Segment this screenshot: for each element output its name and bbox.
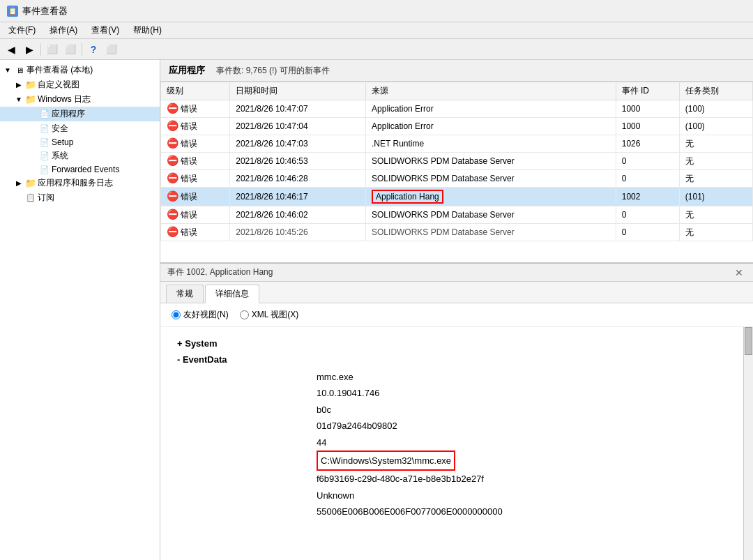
log-icon-setup: 📄 <box>39 138 50 147</box>
sidebar-label-root: 事件查看器 (本地) <box>26 64 93 76</box>
cell-id: 0 <box>616 170 679 188</box>
detail-title: 事件 1002, Application Hang <box>167 266 273 278</box>
expand-windows-logs[interactable]: ▼ <box>14 96 24 103</box>
table-row[interactable]: ⛔ 错误2021/8/26 10:45:26SOLIDWORKS PDM Dat… <box>161 224 753 241</box>
table-row[interactable]: ⛔ 错误2021/8/26 10:47:03.NET Runtime1026无 <box>161 135 753 153</box>
log-icon-app: 📄 <box>39 109 50 119</box>
sidebar-item-security[interactable]: 📄 安全 <box>0 121 160 136</box>
tab-details[interactable]: 详细信息 <box>205 285 259 303</box>
event-count: 事件数: 9,765 (!) 可用的新事件 <box>216 65 330 77</box>
cell-datetime: 2021/8/26 10:46:17 <box>230 188 366 206</box>
expand-root[interactable]: ▼ <box>3 66 13 74</box>
title-bar: 📋 事件查看器 <box>0 0 753 22</box>
table-row[interactable]: ⛔ 错误2021/8/26 10:47:04Application Error1… <box>161 118 753 135</box>
radio-xml[interactable]: XML 视图(X) <box>240 309 299 321</box>
col-source[interactable]: 来源 <box>366 82 616 100</box>
scrollbar-thumb[interactable] <box>745 327 752 355</box>
expand-appservice[interactable]: ▶ <box>14 179 24 187</box>
error-icon: ⛔ <box>167 190 178 202</box>
event-table-container[interactable]: 级别 日期和时间 来源 事件 ID 任务类别 ⛔ 错误2021/8/26 10:… <box>160 82 753 263</box>
highlight-path: C:\Windows\System32\mmc.exe <box>317 451 455 471</box>
cell-source: SOLIDWORKS PDM Database Server <box>366 153 616 170</box>
sidebar-item-subscriptions[interactable]: 📋 订阅 <box>0 190 160 205</box>
cell-source: Application Error <box>366 100 616 118</box>
col-level[interactable]: 级别 <box>161 82 230 100</box>
cell-id: 0 <box>616 224 679 241</box>
sidebar: ▼ 🖥 事件查看器 (本地) ▶ 📁 自定义视图 ▼ 📁 Windows 日志 … <box>0 60 160 560</box>
extra-button[interactable]: ⬜ <box>103 42 120 57</box>
event-data-item: Unknown <box>317 487 736 504</box>
sidebar-item-setup[interactable]: 📄 Setup <box>0 136 160 149</box>
cell-task: (100) <box>679 100 752 118</box>
help-button[interactable]: ? <box>85 42 102 57</box>
detail-panel: 事件 1002, Application Hang ✕ 常规 详细信息 友好视图… <box>160 263 753 560</box>
error-icon: ⛔ <box>167 172 178 183</box>
cell-level: ⛔ 错误 <box>161 206 230 224</box>
error-icon: ⛔ <box>167 209 178 220</box>
sidebar-label-security: 安全 <box>52 123 68 135</box>
table-header-row: 级别 日期和时间 来源 事件 ID 任务类别 <box>161 82 753 100</box>
content-area: 应用程序 事件数: 9,765 (!) 可用的新事件 级别 日期和时间 来源 事… <box>160 60 753 560</box>
log-icon-system: 📄 <box>39 151 50 160</box>
title-bar-text: 事件查看器 <box>22 5 68 17</box>
radio-friendly[interactable]: 友好视图(N) <box>172 309 229 321</box>
radio-friendly-input[interactable] <box>172 310 181 319</box>
cell-task: 无 <box>679 153 752 170</box>
menu-view[interactable]: 查看(V) <box>86 23 125 38</box>
sidebar-item-custom-views[interactable]: ▶ 📁 自定义视图 <box>0 77 160 92</box>
detail-title-bar: 事件 1002, Application Hang ✕ <box>160 264 753 282</box>
cell-level: ⛔ 错误 <box>161 170 230 188</box>
sub-icon: 📋 <box>25 193 36 202</box>
sidebar-item-system[interactable]: 📄 系统 <box>0 149 160 163</box>
log-icon-forwarded: 📄 <box>39 165 50 174</box>
cell-datetime: 2021/8/26 10:46:02 <box>230 206 366 224</box>
scrollbar[interactable] <box>743 327 753 560</box>
close-detail-button[interactable]: ✕ <box>732 267 746 278</box>
col-id[interactable]: 事件 ID <box>616 82 679 100</box>
cell-source: .NET Runtime <box>366 135 616 153</box>
table-row[interactable]: ⛔ 错误2021/8/26 10:46:28SOLIDWORKS PDM Dat… <box>161 170 753 188</box>
expand-custom[interactable]: ▶ <box>14 81 24 89</box>
tab-general[interactable]: 常规 <box>166 285 204 303</box>
menu-action[interactable]: 操作(A) <box>44 23 83 38</box>
section-system-label: System <box>185 338 217 349</box>
table-row[interactable]: ⛔ 错误2021/8/26 10:47:07Application Error1… <box>161 100 753 118</box>
cell-level: ⛔ 错误 <box>161 100 230 118</box>
sidebar-label-custom: 自定义视图 <box>38 79 79 91</box>
sidebar-label-forwarded: Forwarded Events <box>52 165 119 174</box>
table-row[interactable]: ⛔ 错误2021/8/26 10:46:53SOLIDWORKS PDM Dat… <box>161 153 753 170</box>
cell-datetime: 2021/8/26 10:47:04 <box>230 118 366 135</box>
folder-icon-custom: 📁 <box>25 80 36 90</box>
error-icon: ⛔ <box>167 137 178 149</box>
cell-datetime: 2021/8/26 10:47:03 <box>230 135 366 153</box>
section-system[interactable]: System <box>177 338 736 349</box>
sidebar-item-root[interactable]: ▼ 🖥 事件查看器 (本地) <box>0 63 160 77</box>
menu-file[interactable]: 文件(F) <box>3 23 41 38</box>
col-datetime[interactable]: 日期和时间 <box>230 82 366 100</box>
cell-level: ⛔ 错误 <box>161 135 230 153</box>
cell-task: (101) <box>679 188 752 206</box>
sidebar-label-app: 应用程序 <box>52 108 85 120</box>
cell-level: ⛔ 错误 <box>161 224 230 241</box>
menu-help[interactable]: 帮助(H) <box>128 23 167 38</box>
sidebar-item-forwarded[interactable]: 📄 Forwarded Events <box>0 163 160 176</box>
refresh-button[interactable]: ⬜ <box>44 42 61 57</box>
cell-task: 无 <box>679 135 752 153</box>
section-eventdata[interactable]: EventData <box>177 354 736 365</box>
cell-datetime: 2021/8/26 10:45:26 <box>230 224 366 241</box>
back-button[interactable]: ◀ <box>3 42 20 57</box>
cell-id: 1026 <box>616 135 679 153</box>
table-row[interactable]: ⛔ 错误2021/8/26 10:46:02SOLIDWORKS PDM Dat… <box>161 206 753 224</box>
sidebar-item-app-service[interactable]: ▶ 📁 应用程序和服务日志 <box>0 176 160 190</box>
log-icon-security: 📄 <box>39 124 50 133</box>
cell-source: Application Hang <box>366 188 616 206</box>
forward-button[interactable]: ▶ <box>21 42 38 57</box>
cell-id: 1002 <box>616 188 679 206</box>
radio-xml-input[interactable] <box>240 310 249 319</box>
col-task[interactable]: 任务类别 <box>679 82 752 100</box>
view-button[interactable]: ⬜ <box>62 42 79 57</box>
table-row[interactable]: ⛔ 错误2021/8/26 10:46:17Application Hang10… <box>161 188 753 206</box>
sidebar-item-app[interactable]: 📄 应用程序 <box>0 107 160 121</box>
cell-id: 0 <box>616 206 679 224</box>
sidebar-item-windows-logs[interactable]: ▼ 📁 Windows 日志 <box>0 92 160 107</box>
